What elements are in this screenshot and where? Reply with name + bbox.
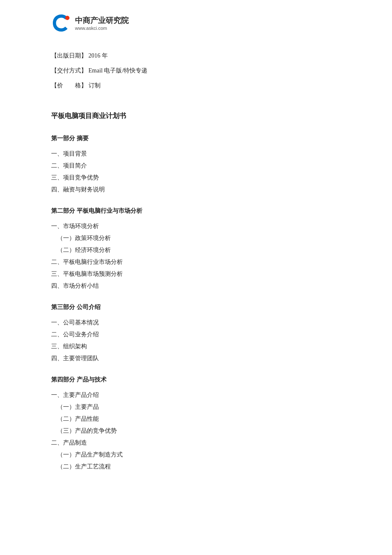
- logo-url: www.askci.com: [75, 26, 129, 31]
- section-group-3: 第四部分 产品与技术一、主要产品介绍（一）主要产品（二）产品性能（三）产品的竞争…: [51, 374, 341, 473]
- section-item-3-0: 一、主要产品介绍: [51, 389, 341, 401]
- section-item-0-0: 一、项目背景: [51, 148, 341, 160]
- price-value: 订制: [89, 82, 101, 89]
- delivery-label: 【交付方式】: [51, 67, 87, 74]
- section-heading-1: 第二部分 平板电脑行业与市场分析: [51, 205, 341, 217]
- section-group-2: 第三部分 公司介绍一、公司基本情况二、公司业务介绍三、组织架构四、主要管理团队: [51, 301, 341, 364]
- section-group-1: 第二部分 平板电脑行业与市场分析一、市场环境分析（一）政策环境分析（二）经济环境…: [51, 205, 341, 292]
- section-item-2-2: 三、组织架构: [51, 341, 341, 353]
- price-label: 【价 格】: [51, 82, 87, 89]
- section-item-3-1: （一）主要产品: [51, 401, 341, 413]
- publish-date-value: 2016 年: [89, 52, 108, 59]
- meta-section: 【出版日期】 2016 年 【交付方式】 Email 电子版/特快专递 【价 格…: [51, 50, 341, 91]
- section-heading-2: 第三部分 公司介绍: [51, 301, 341, 313]
- section-heading-0: 第一部分 摘要: [51, 133, 341, 145]
- section-item-1-3: 二、平板电脑行业市场分析: [51, 256, 341, 268]
- section-group-0: 第一部分 摘要一、项目背景二、项目简介三、项目竞争优势四、融资与财务说明: [51, 133, 341, 196]
- section-item-3-3: （三）产品的竞争优势: [51, 425, 341, 437]
- section-item-1-1: （一）政策环境分析: [51, 232, 341, 244]
- header-logo: 中商产业研究院 www.askci.com: [51, 13, 341, 33]
- logo-icon: [51, 13, 72, 33]
- section-item-0-3: 四、融资与财务说明: [51, 184, 341, 196]
- doc-title: 平板电脑项目商业计划书: [51, 112, 341, 121]
- section-item-1-5: 四、市场分析小结: [51, 280, 341, 292]
- meta-delivery: 【交付方式】 Email 电子版/特快专递: [51, 65, 341, 76]
- section-item-3-5: （一）产品生产制造方式: [51, 449, 341, 461]
- svg-point-0: [65, 16, 69, 20]
- section-item-2-0: 一、公司基本情况: [51, 317, 341, 329]
- section-item-1-2: （二）经济环境分析: [51, 244, 341, 256]
- page-container: 中商产业研究院 www.askci.com 【出版日期】 2016 年 【交付方…: [0, 0, 392, 555]
- sections-container: 第一部分 摘要一、项目背景二、项目简介三、项目竞争优势四、融资与财务说明第二部分…: [51, 133, 341, 473]
- logo-text-block: 中商产业研究院 www.askci.com: [75, 15, 129, 31]
- section-item-3-4: 二、产品制造: [51, 437, 341, 449]
- section-item-1-0: 一、市场环境分析: [51, 220, 341, 232]
- section-item-0-1: 二、项目简介: [51, 160, 341, 172]
- section-item-2-1: 二、公司业务介绍: [51, 329, 341, 341]
- meta-price: 【价 格】 订制: [51, 80, 341, 91]
- section-item-3-2: （二）产品性能: [51, 413, 341, 425]
- meta-publish-date: 【出版日期】 2016 年: [51, 50, 341, 61]
- section-item-1-4: 三、平板电脑市场预测分析: [51, 268, 341, 280]
- section-item-3-6: （二）生产工艺流程: [51, 461, 341, 473]
- section-item-0-2: 三、项目竞争优势: [51, 172, 341, 184]
- section-heading-3: 第四部分 产品与技术: [51, 374, 341, 386]
- delivery-value: Email 电子版/特快专递: [89, 67, 148, 74]
- publish-date-label: 【出版日期】: [51, 52, 87, 59]
- logo-name: 中商产业研究院: [75, 15, 129, 26]
- section-item-2-3: 四、主要管理团队: [51, 353, 341, 364]
